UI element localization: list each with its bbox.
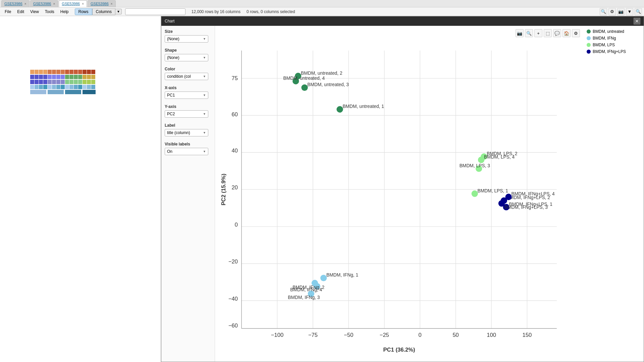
svg-text:−75: −75 <box>308 332 318 338</box>
row-labels <box>0 96 30 361</box>
tab-1-close[interactable]: × <box>24 2 26 6</box>
svg-rect-59 <box>91 85 95 89</box>
svg-rect-30 <box>30 80 34 84</box>
chart-controls: Size (None) ▼ Shape (None) ▼ Color <box>161 26 215 362</box>
legend-dot-lps <box>587 43 591 47</box>
svg-rect-6 <box>56 70 60 74</box>
tab-3-close[interactable]: × <box>82 2 84 6</box>
menu-edit[interactable]: Edit <box>14 9 27 15</box>
xaxis-select[interactable]: PC1 ▼ <box>165 92 208 99</box>
color-select[interactable]: condition (col ▼ <box>165 73 208 80</box>
chart-plot: .axis-line { stroke: #999; stroke-width:… <box>218 39 580 358</box>
tab-3-label: GSE53986 <box>62 2 80 6</box>
xaxis-label: X-axis <box>165 85 211 90</box>
svg-text:50: 50 <box>452 332 459 338</box>
toggle-dropdown[interactable]: ▼ <box>115 9 122 14</box>
search2-icon[interactable]: 🔍 <box>635 8 642 15</box>
visible-labels-label: Visible labels <box>165 142 211 146</box>
chart-header: Chart ✕ <box>161 16 644 26</box>
svg-rect-29 <box>91 75 95 79</box>
home-btn[interactable]: 🏠 <box>562 29 571 37</box>
tab-2[interactable]: GSE53986 × <box>30 0 58 7</box>
menu-tools[interactable]: Tools <box>42 9 57 15</box>
zoom-in-btn[interactable]: 🔍 <box>525 29 533 37</box>
yaxis-select[interactable]: PC2 ▼ <box>165 110 208 118</box>
tab-2-close[interactable]: × <box>53 2 55 6</box>
tab-4[interactable]: GSE53986 × <box>88 0 116 7</box>
settings-plot-btn[interactable]: ⚙ <box>572 29 580 37</box>
svg-text:−50: −50 <box>344 332 353 338</box>
gene-heatmap-grid <box>30 96 161 361</box>
yaxis-control: Y-axis PC2 ▼ <box>165 104 211 118</box>
columns-button[interactable]: Columns <box>92 8 115 15</box>
svg-rect-55 <box>74 85 78 89</box>
label-ifng-1: BMDM, IFNg, 1 <box>326 272 358 278</box>
color-arrow: ▼ <box>203 75 206 78</box>
menu-view[interactable]: View <box>28 9 42 15</box>
selection-status: 0 rows, 0 columns selected <box>247 9 295 14</box>
svg-rect-44 <box>91 80 95 84</box>
search-input[interactable] <box>125 8 185 15</box>
legend-dot-ifng <box>587 36 591 40</box>
legend-dot-untreated <box>587 29 591 34</box>
left-panel <box>0 16 161 362</box>
svg-rect-10 <box>74 70 78 74</box>
chart-close-button[interactable]: ✕ <box>634 18 640 24</box>
menu-help[interactable]: Help <box>58 9 71 15</box>
svg-rect-58 <box>87 85 91 89</box>
label-lps-4: BMDM, LPS, 4 <box>484 154 515 160</box>
legend-label-untreated: BMDM, untreated <box>593 29 624 34</box>
meta-rows-area <box>30 70 161 96</box>
label-value: title (column) <box>167 130 190 135</box>
annotation-btn[interactable]: 💬 <box>553 29 561 37</box>
zoom-out-btn[interactable]: + <box>534 29 542 37</box>
svg-text:100: 100 <box>487 332 496 338</box>
shape-select[interactable]: (None) ▼ <box>165 54 208 61</box>
rows-button[interactable]: Rows <box>75 8 92 15</box>
size-value: (None) <box>167 37 179 41</box>
svg-rect-37 <box>61 80 65 84</box>
camera-icon[interactable]: 📷 <box>617 8 625 15</box>
chart-plot-area: 📷 🔍 + ⬚ 💬 🏠 ⚙ .axis-line { stroke: #999;… <box>215 26 583 362</box>
svg-rect-27 <box>83 75 87 79</box>
camera-plot-btn[interactable]: 📷 <box>516 29 524 37</box>
label-untreated-2: BMDM, untreated, 2 <box>301 70 342 76</box>
label-select[interactable]: title (column) ▼ <box>165 129 208 136</box>
svg-rect-56 <box>78 85 82 89</box>
tab-1[interactable]: GSE53986 × <box>1 0 30 7</box>
tab-1-label: GSE53986 <box>4 2 22 6</box>
settings-icon[interactable]: ⚙ <box>608 8 616 15</box>
label-ifnglps-3: BMDM, IFNg+LPS, 3 <box>504 204 548 210</box>
visible-labels-select[interactable]: On ▼ <box>165 148 208 155</box>
label-untreated-3: BMDM, untreated, 3 <box>307 82 349 87</box>
xaxis-title: PC1 (36.2%) <box>383 347 415 353</box>
svg-rect-45 <box>30 85 34 89</box>
toolbar-icons: 🔍 ⚙ 📷 ▼ 🔍 <box>600 8 642 15</box>
filter-icon[interactable]: ▼ <box>626 8 633 15</box>
tab-4-close[interactable]: × <box>111 2 113 6</box>
tab-bar: GSE53986 × GSE53986 × GSE53986 × GSE5398… <box>0 0 644 7</box>
svg-rect-47 <box>39 85 43 89</box>
menu-file[interactable]: File <box>2 9 14 15</box>
zoom-icon[interactable]: 🔍 <box>600 8 607 15</box>
svg-rect-20 <box>52 75 56 79</box>
svg-rect-54 <box>69 85 73 89</box>
svg-rect-57 <box>83 85 87 89</box>
yaxis-arrow: ▼ <box>203 112 206 116</box>
svg-text:−60: −60 <box>228 322 238 329</box>
size-label: Size <box>165 29 211 34</box>
svg-text:−100: −100 <box>271 332 283 338</box>
yaxis-label: Y-axis <box>165 104 211 109</box>
svg-rect-0 <box>30 70 34 74</box>
svg-rect-3 <box>43 70 47 74</box>
legend-ifnglps: BMDM, IFNg+LPS <box>587 49 640 54</box>
tab-3[interactable]: GSE53986 × <box>59 0 87 7</box>
col-labels-area <box>0 16 161 70</box>
svg-text:−25: −25 <box>380 332 389 338</box>
svg-rect-23 <box>65 75 69 79</box>
svg-text:−20: −20 <box>228 258 238 265</box>
size-select[interactable]: (None) ▼ <box>165 35 208 43</box>
select-btn[interactable]: ⬚ <box>544 29 552 37</box>
heatmap-canvas <box>30 96 101 290</box>
svg-rect-43 <box>87 80 91 84</box>
